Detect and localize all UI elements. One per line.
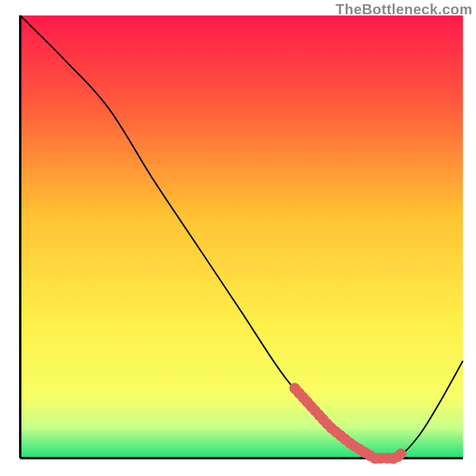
highlight-dot xyxy=(396,449,406,459)
chart-frame: TheBottleneck.com xyxy=(0,0,476,476)
highlight-dot xyxy=(383,453,393,464)
chart-svg xyxy=(0,0,476,476)
